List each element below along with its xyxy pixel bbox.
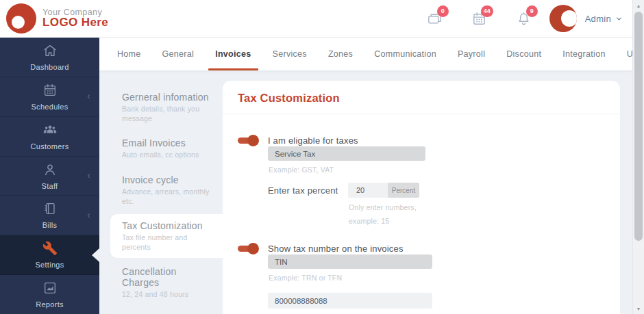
- tax-percent-label: Enter tax percent: [268, 183, 348, 196]
- main-area: HomeGeneralInvoicesServicesZonesCommunic…: [99, 38, 632, 314]
- admin-menu[interactable]: Admin: [585, 14, 623, 24]
- schedule-alerts-button[interactable]: 44: [471, 11, 487, 27]
- tax-name-input[interactable]: [268, 146, 425, 161]
- settings-nav-title: Tax Customization: [122, 220, 214, 231]
- settings-nav-title: Email Invoices: [122, 138, 214, 148]
- messages-button[interactable]: 0: [427, 11, 443, 27]
- sidebar-item-label: Schedules: [31, 103, 68, 111]
- settings-nav-gerneral-infomation[interactable]: Gerneral infomationBank details, thank y…: [99, 86, 223, 129]
- chevron-down-icon: [615, 15, 623, 23]
- tax-number-label: Show tax number on the invoices: [268, 244, 404, 254]
- scrollbar-thumb[interactable]: [634, 12, 643, 241]
- notifications-badge: 9: [526, 5, 538, 17]
- sidebar-item-label: Customers: [31, 142, 69, 151]
- tax-number-group: Show tax number on the invoices Example:…: [238, 243, 606, 314]
- logo-line2: LOGO Here: [42, 16, 108, 29]
- main-sidebar: DashboardSchedules‹CustomersStaff‹Bills‹…: [0, 38, 99, 314]
- sidebar-item-customers[interactable]: Customers: [0, 117, 99, 157]
- page-title: Tax Customization: [238, 92, 605, 105]
- sidebar-item-label: Bills: [42, 221, 58, 229]
- tab-services[interactable]: Services: [271, 38, 308, 70]
- content-area: Gerneral infomationBank details, thank y…: [99, 70, 632, 314]
- tax-number-toggle[interactable]: [238, 243, 259, 254]
- tax-name-hint: Example: GST, VAT: [269, 166, 606, 174]
- settings-nav-email-invoices[interactable]: Email InvoicesAuto emails, cc options: [99, 131, 223, 166]
- settings-nav-subtitle: Auto emails, cc options: [122, 151, 214, 160]
- percent-hint-line1: Only enter numbers,: [349, 203, 419, 211]
- sidebar-item-staff[interactable]: Staff‹: [0, 157, 99, 196]
- calendar-icon: [42, 83, 58, 98]
- settings-subnav: Gerneral infomationBank details, thank y…: [99, 70, 223, 314]
- scrollbar[interactable]: ▲ ▼: [632, 0, 644, 314]
- settings-nav-subtitle: 12, 24 and 48 hours: [122, 290, 214, 300]
- schedule-alerts-badge: 44: [481, 5, 493, 17]
- settings-nav-subtitle: Advance, arrears, monthly etc.: [122, 187, 214, 206]
- sidebar-item-dashboard[interactable]: Dashboard: [0, 38, 99, 77]
- notifications-button[interactable]: 9: [516, 11, 532, 27]
- sidebar-item-reports[interactable]: Reports: [0, 275, 99, 314]
- home-icon: [42, 43, 58, 58]
- settings-tabbar: HomeGeneralInvoicesServicesZonesCommunic…: [99, 38, 632, 70]
- logo-mark-icon: [6, 3, 36, 34]
- tab-discount[interactable]: Discount: [505, 38, 543, 70]
- tab-general[interactable]: General: [161, 38, 196, 70]
- settings-nav-title: Invoice cycle: [122, 174, 214, 185]
- sidebar-item-label: Settings: [35, 261, 64, 269]
- tab-zones[interactable]: Zones: [327, 38, 354, 70]
- tax-eligible-label: I am eligable for taxes: [268, 135, 358, 146]
- sidebar-item-schedules[interactable]: Schedules‹: [0, 77, 99, 117]
- settings-nav-tax-customization[interactable]: Tax CustomizationTax file number and per…: [110, 214, 223, 258]
- chevron-left-icon: ‹: [87, 209, 90, 220]
- tab-payroll[interactable]: Payroll: [456, 38, 486, 70]
- wrench-icon: [42, 241, 58, 256]
- settings-nav-subtitle: Tax file number and percents: [122, 233, 214, 252]
- sidebar-item-bills[interactable]: Bills‹: [0, 196, 99, 235]
- tax-percent-input[interactable]: [348, 183, 388, 198]
- bills-icon: [42, 201, 58, 216]
- settings-nav-subtitle: Bank details, thank you message: [122, 105, 214, 123]
- chevron-left-icon: ‹: [87, 170, 90, 181]
- scroll-down-arrow-icon[interactable]: ▼: [633, 303, 644, 314]
- admin-label: Admin: [585, 14, 611, 24]
- sidebar-item-settings[interactable]: Settings: [0, 235, 99, 275]
- tax-eligible-toggle[interactable]: [238, 135, 259, 146]
- staff-icon: [42, 162, 58, 177]
- tax-eligible-group: I am eligable for taxes Example: GST, VA…: [238, 135, 606, 225]
- tab-home[interactable]: Home: [116, 38, 143, 70]
- company-logo[interactable]: Your Company LOGO Here: [0, 3, 108, 34]
- messages-badge: 0: [437, 5, 449, 17]
- tax-type-input[interactable]: [268, 254, 432, 269]
- sidebar-item-label: Dashboard: [30, 63, 69, 71]
- settings-nav-invoice-cycle[interactable]: Invoice cycleAdvance, arrears, monthly e…: [99, 168, 223, 212]
- percent-button[interactable]: Percent: [388, 183, 419, 198]
- scroll-up-arrow-icon[interactable]: ▲: [633, 0, 644, 11]
- tab-integration[interactable]: Integration: [561, 38, 606, 70]
- active-item-notch: [92, 248, 99, 262]
- reports-icon: [42, 280, 58, 296]
- customers-icon: [42, 122, 58, 138]
- settings-nav-cancellation-charges[interactable]: Cancellation Charges12, 24 and 48 hours: [99, 260, 223, 306]
- sidebar-item-label: Reports: [36, 300, 64, 309]
- settings-nav-title: Cancellation Charges: [122, 266, 214, 288]
- app-root: Your Company LOGO Here 0449 Admin Dashbo…: [0, 0, 644, 314]
- tab-invoices[interactable]: Invoices: [214, 38, 252, 70]
- settings-nav-title: Gerneral infomation: [122, 92, 214, 103]
- tax-customization-panel: Tax Customization I am eligable for taxe…: [223, 81, 620, 314]
- sidebar-item-label: Staff: [42, 182, 58, 190]
- avatar[interactable]: [549, 5, 577, 32]
- tab-communication[interactable]: Communication: [373, 38, 438, 70]
- tax-number-input[interactable]: [268, 293, 432, 309]
- percent-hint-line2: example: 15: [349, 217, 419, 225]
- chevron-left-icon: ‹: [87, 90, 90, 101]
- top-header: Your Company LOGO Here 0449 Admin: [0, 0, 632, 38]
- header-actions: 0449: [398, 11, 532, 27]
- tax-type-hint: Example: TRN or TFN: [269, 274, 606, 282]
